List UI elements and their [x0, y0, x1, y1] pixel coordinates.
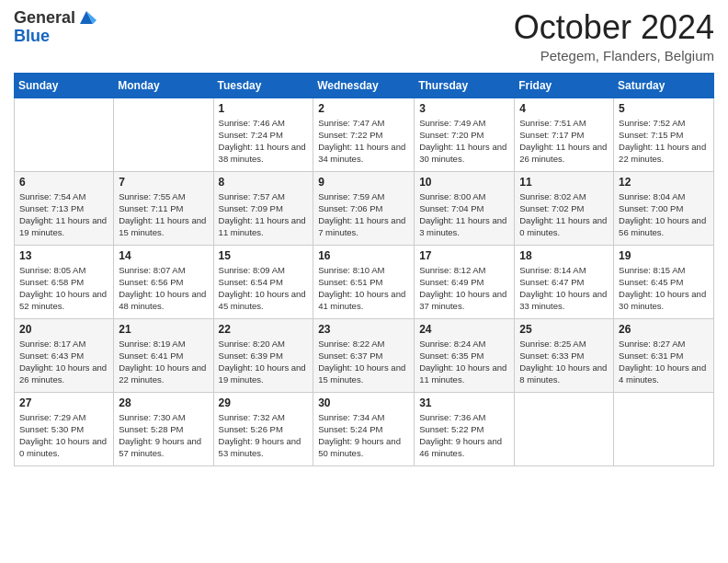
daylight-text: Daylight: 11 hours and 22 minutes. [619, 142, 706, 164]
daylight-text: Daylight: 11 hours and 30 minutes. [419, 142, 506, 164]
day-info: Sunrise: 7:49 AM Sunset: 7:20 PM Dayligh… [419, 117, 509, 166]
day-cell: 24 Sunrise: 8:24 AM Sunset: 6:35 PM Dayl… [415, 318, 515, 392]
day-number: 27 [19, 396, 108, 409]
sunrise-text: Sunrise: 7:32 AM [219, 412, 285, 422]
day-number: 13 [19, 249, 108, 262]
daylight-text: Daylight: 10 hours and 15 minutes. [318, 362, 405, 385]
daylight-text: Daylight: 10 hours and 41 minutes. [318, 289, 405, 311]
day-cell: 27 Sunrise: 7:29 AM Sunset: 5:30 PM Dayl… [15, 392, 114, 465]
day-cell: 7 Sunrise: 7:55 AM Sunset: 7:11 PM Dayli… [114, 171, 213, 245]
week-row-1: 1 Sunrise: 7:46 AM Sunset: 7:24 PM Dayli… [15, 98, 714, 171]
day-number: 20 [19, 323, 108, 336]
sunset-text: Sunset: 7:17 PM [519, 130, 584, 140]
daylight-text: Daylight: 9 hours and 57 minutes. [119, 436, 201, 458]
day-cell: 14 Sunrise: 8:07 AM Sunset: 6:56 PM Dayl… [114, 245, 213, 318]
sunrise-text: Sunrise: 7:47 AM [318, 118, 384, 128]
daylight-text: Daylight: 11 hours and 38 minutes. [219, 142, 306, 164]
sunrise-text: Sunrise: 8:10 AM [318, 265, 384, 275]
sunrise-text: Sunrise: 8:04 AM [619, 191, 685, 201]
day-info: Sunrise: 8:09 AM Sunset: 6:54 PM Dayligh… [219, 264, 309, 313]
day-number: 7 [119, 176, 208, 189]
day-number: 26 [619, 323, 709, 336]
day-number: 23 [318, 323, 409, 336]
sunrise-text: Sunrise: 7:30 AM [119, 412, 185, 422]
daylight-text: Daylight: 11 hours and 26 minutes. [519, 142, 607, 164]
day-cell: 16 Sunrise: 8:10 AM Sunset: 6:51 PM Dayl… [313, 245, 415, 318]
day-info: Sunrise: 7:32 AM Sunset: 5:26 PM Dayligh… [219, 411, 309, 460]
sunset-text: Sunset: 6:33 PM [519, 350, 584, 361]
day-number: 25 [519, 323, 609, 336]
day-info: Sunrise: 8:02 AM Sunset: 7:02 PM Dayligh… [519, 190, 609, 239]
day-info: Sunrise: 8:27 AM Sunset: 6:31 PM Dayligh… [619, 338, 709, 386]
sunset-text: Sunset: 7:24 PM [219, 130, 283, 140]
daylight-text: Daylight: 9 hours and 53 minutes. [219, 436, 301, 458]
sunset-text: Sunset: 6:31 PM [619, 350, 683, 361]
sunrise-text: Sunrise: 8:24 AM [419, 339, 485, 349]
day-info: Sunrise: 7:57 AM Sunset: 7:09 PM Dayligh… [219, 190, 309, 239]
daylight-text: Daylight: 11 hours and 0 minutes. [519, 215, 607, 237]
daylight-text: Daylight: 10 hours and 52 minutes. [19, 289, 107, 311]
day-info: Sunrise: 8:14 AM Sunset: 6:47 PM Dayligh… [519, 264, 609, 313]
day-number: 14 [119, 249, 208, 262]
day-info: Sunrise: 8:17 AM Sunset: 6:43 PM Dayligh… [19, 338, 108, 386]
day-info: Sunrise: 7:29 AM Sunset: 5:30 PM Dayligh… [19, 411, 108, 460]
day-cell: 25 Sunrise: 8:25 AM Sunset: 6:33 PM Dayl… [515, 318, 614, 392]
sunset-text: Sunset: 6:43 PM [19, 350, 84, 361]
daylight-text: Daylight: 11 hours and 3 minutes. [419, 215, 506, 237]
sunrise-text: Sunrise: 8:15 AM [619, 265, 685, 275]
sunrise-text: Sunrise: 8:20 AM [219, 339, 285, 349]
day-info: Sunrise: 8:10 AM Sunset: 6:51 PM Dayligh… [318, 264, 409, 313]
sunset-text: Sunset: 7:13 PM [19, 203, 84, 213]
day-cell: 28 Sunrise: 7:30 AM Sunset: 5:28 PM Dayl… [114, 392, 213, 465]
daylight-text: Daylight: 10 hours and 56 minutes. [619, 215, 706, 237]
daylight-text: Daylight: 10 hours and 33 minutes. [519, 289, 607, 311]
sunrise-text: Sunrise: 8:09 AM [219, 265, 285, 275]
daylight-text: Daylight: 10 hours and 37 minutes. [419, 289, 506, 311]
day-info: Sunrise: 7:36 AM Sunset: 5:22 PM Dayligh… [419, 411, 509, 460]
week-row-4: 20 Sunrise: 8:17 AM Sunset: 6:43 PM Dayl… [15, 318, 714, 392]
day-number: 1 [219, 102, 309, 115]
sunset-text: Sunset: 5:26 PM [219, 424, 283, 434]
sunrise-text: Sunrise: 8:00 AM [419, 191, 485, 201]
day-number: 10 [419, 176, 509, 189]
sunset-text: Sunset: 7:04 PM [419, 203, 483, 213]
day-info: Sunrise: 7:51 AM Sunset: 7:17 PM Dayligh… [519, 117, 609, 166]
day-cell [114, 98, 213, 171]
day-number: 11 [519, 176, 609, 189]
daylight-text: Daylight: 9 hours and 46 minutes. [419, 436, 502, 458]
day-cell: 26 Sunrise: 8:27 AM Sunset: 6:31 PM Dayl… [614, 318, 714, 392]
sunset-text: Sunset: 6:54 PM [219, 277, 283, 287]
day-cell: 31 Sunrise: 7:36 AM Sunset: 5:22 PM Dayl… [415, 392, 515, 465]
day-info: Sunrise: 7:52 AM Sunset: 7:15 PM Dayligh… [619, 117, 709, 166]
sunset-text: Sunset: 6:58 PM [19, 277, 84, 287]
sunset-text: Sunset: 7:22 PM [318, 130, 382, 140]
week-row-3: 13 Sunrise: 8:05 AM Sunset: 6:58 PM Dayl… [15, 245, 714, 318]
day-info: Sunrise: 8:24 AM Sunset: 6:35 PM Dayligh… [419, 338, 509, 386]
sunrise-text: Sunrise: 7:29 AM [19, 412, 85, 422]
sunrise-text: Sunrise: 7:55 AM [119, 191, 185, 201]
day-info: Sunrise: 8:22 AM Sunset: 6:37 PM Dayligh… [318, 338, 409, 386]
day-cell [515, 392, 614, 465]
day-number: 15 [219, 249, 309, 262]
logo-blue-text: Blue [14, 28, 97, 46]
day-cell [15, 98, 114, 171]
sunrise-text: Sunrise: 8:25 AM [519, 339, 586, 349]
sunset-text: Sunset: 6:41 PM [119, 350, 183, 361]
day-cell: 20 Sunrise: 8:17 AM Sunset: 6:43 PM Dayl… [15, 318, 114, 392]
sunset-text: Sunset: 6:37 PM [318, 350, 382, 361]
col-saturday: Saturday [614, 73, 714, 98]
sunrise-text: Sunrise: 8:12 AM [419, 265, 485, 275]
daylight-text: Daylight: 10 hours and 48 minutes. [119, 289, 206, 311]
day-info: Sunrise: 7:59 AM Sunset: 7:06 PM Dayligh… [318, 190, 409, 239]
daylight-text: Daylight: 10 hours and 11 minutes. [419, 362, 506, 385]
day-info: Sunrise: 7:34 AM Sunset: 5:24 PM Dayligh… [318, 411, 409, 460]
sunrise-text: Sunrise: 7:34 AM [318, 412, 384, 422]
sunset-text: Sunset: 7:06 PM [318, 203, 382, 213]
header: General Blue October 2024 Petegem, Fland… [14, 9, 714, 63]
day-number: 30 [318, 396, 409, 409]
day-info: Sunrise: 7:55 AM Sunset: 7:11 PM Dayligh… [119, 190, 208, 239]
day-cell: 4 Sunrise: 7:51 AM Sunset: 7:17 PM Dayli… [515, 98, 614, 171]
sunrise-text: Sunrise: 7:46 AM [219, 118, 285, 128]
day-info: Sunrise: 8:20 AM Sunset: 6:39 PM Dayligh… [219, 338, 309, 386]
day-cell: 1 Sunrise: 7:46 AM Sunset: 7:24 PM Dayli… [213, 98, 313, 171]
